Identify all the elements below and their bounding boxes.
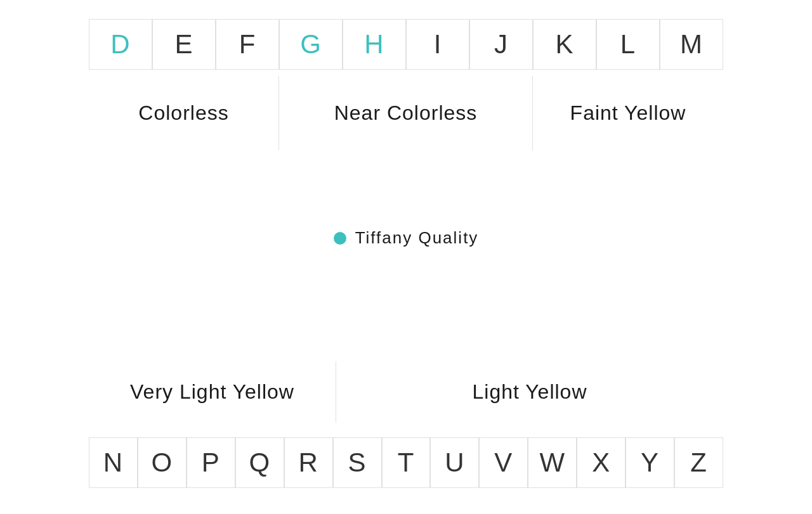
bottom-grade-cell-z: Z	[674, 437, 723, 488]
bottom-grade-cell-v: V	[479, 437, 528, 488]
bottom-grade-cell-y: Y	[625, 437, 674, 488]
bottom-grade-row: NOPQRSTUVWXYZ	[89, 437, 723, 488]
top-grade-cell-l: L	[596, 19, 660, 70]
bottom-category-row: Very Light Yellow Light Yellow	[89, 361, 723, 423]
bottom-grade-cell-r: R	[284, 437, 333, 488]
bottom-grade-cell-q: Q	[235, 437, 284, 488]
top-grade-cell-j: J	[469, 19, 533, 70]
top-grade-cell-h: H	[343, 19, 406, 70]
bottom-grade-cell-o: O	[138, 437, 187, 488]
bottom-grade-cell-t: T	[382, 437, 431, 488]
faint-yellow-label: Faint Yellow	[533, 76, 723, 150]
colorless-label: Colorless	[89, 76, 279, 150]
top-grade-cell-e: E	[152, 19, 216, 70]
top-grade-cell-m: M	[660, 19, 723, 70]
top-grade-cell-d: D	[89, 19, 152, 70]
main-container: DEFGHIJKLM Colorless Near Colorless Fain…	[0, 0, 812, 514]
top-grade-cell-g: G	[279, 19, 343, 70]
top-grade-cell-i: I	[406, 19, 469, 70]
bottom-grade-cell-u: U	[430, 437, 479, 488]
bottom-grade-cell-p: P	[187, 437, 235, 488]
top-grade-cell-k: K	[533, 19, 596, 70]
bottom-grade-cell-x: X	[577, 437, 625, 488]
tiffany-quality-dot	[334, 232, 346, 245]
bottom-grade-cell-s: S	[333, 437, 382, 488]
near-colorless-label: Near Colorless	[279, 76, 533, 150]
top-grade-row: DEFGHIJKLM	[89, 19, 723, 70]
legend-row: Tiffany Quality	[0, 228, 812, 248]
tiffany-quality-label: Tiffany Quality	[355, 228, 479, 248]
light-yellow-label: Light Yellow	[336, 361, 723, 423]
bottom-grade-cell-n: N	[89, 437, 138, 488]
very-light-yellow-label: Very Light Yellow	[89, 361, 336, 423]
top-category-row: Colorless Near Colorless Faint Yellow	[89, 76, 723, 150]
top-grade-cell-f: F	[216, 19, 279, 70]
bottom-grade-cell-w: W	[528, 437, 577, 488]
